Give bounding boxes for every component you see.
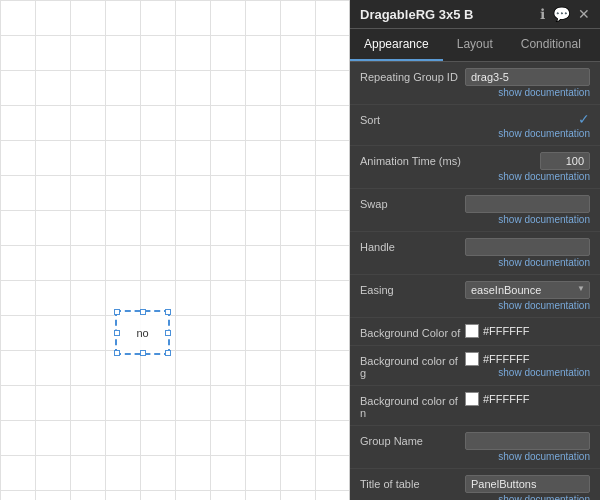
resize-handle-tm[interactable] (140, 309, 146, 315)
field-animation-time: Animation Time (ms) show documentation (350, 146, 600, 189)
resize-handle-tr[interactable] (165, 309, 171, 315)
value-sort: ✓ show documentation (465, 111, 590, 139)
value-group-name: show documentation (465, 432, 590, 462)
value-animation-time: show documentation (465, 152, 590, 182)
docs-handle[interactable]: show documentation (498, 257, 590, 268)
docs-repeating-group-id[interactable]: show documentation (498, 87, 590, 98)
info-icon[interactable]: ℹ (540, 6, 545, 22)
color-value-bg: #FFFFFF (483, 325, 529, 337)
value-easing: easeInBounce linear easeIn easeOut show … (465, 281, 590, 311)
resize-handles (114, 309, 171, 356)
chat-icon[interactable]: 💬 (553, 6, 570, 22)
input-handle[interactable] (465, 238, 590, 256)
input-group-name[interactable] (465, 432, 590, 450)
field-sort: Sort ✓ show documentation (350, 105, 600, 146)
resize-handle-lm[interactable] (114, 330, 120, 336)
label-title-of-table: Title of table (360, 475, 465, 490)
label-bg-color-of: Background Color of (360, 324, 465, 339)
docs-sort[interactable]: show documentation (498, 128, 590, 139)
label-swap: Swap (360, 195, 465, 210)
docs-easing[interactable]: show documentation (498, 300, 590, 311)
input-repeating-group-id[interactable] (465, 68, 590, 86)
field-bg-color-g: Background color of g #FFFFFF show docum… (350, 346, 600, 386)
value-swap: show documentation (465, 195, 590, 225)
color-swatch-bg-n[interactable] (465, 392, 479, 406)
select-wrapper-easing: easeInBounce linear easeIn easeOut (465, 281, 590, 299)
docs-title-of-table[interactable]: show documentation (498, 494, 590, 500)
field-repeating-group-id: Repeating Group ID show documentation (350, 62, 600, 105)
resize-handle-bm[interactable] (140, 350, 146, 356)
panel-tabs: Appearance Layout Conditional (350, 29, 600, 62)
label-bg-color-g: Background color of g (360, 352, 465, 379)
docs-group-name[interactable]: show documentation (498, 451, 590, 462)
field-bg-color-of: Background Color of #FFFFFF (350, 318, 600, 346)
panel-content: Repeating Group ID show documentation So… (350, 62, 600, 500)
color-field-bg-g: #FFFFFF (465, 352, 590, 366)
canvas-element[interactable]: no (115, 310, 170, 355)
color-value-bg-n: #FFFFFF (483, 393, 529, 405)
docs-animation-time[interactable]: show documentation (498, 171, 590, 182)
resize-handle-bl[interactable] (114, 350, 120, 356)
resize-handle-br[interactable] (165, 350, 171, 356)
panel-header-icons: ℹ 💬 ✕ (540, 6, 590, 22)
panel-title: DragableRG 3x5 B (360, 7, 473, 22)
field-group-name: Group Name show documentation (350, 426, 600, 469)
label-sort: Sort (360, 111, 465, 126)
input-animation-time[interactable] (540, 152, 590, 170)
field-bg-color-n: Background color of n #FFFFFF (350, 386, 600, 426)
tab-appearance[interactable]: Appearance (350, 29, 443, 61)
docs-bg-color-g[interactable]: show documentation (498, 367, 590, 378)
tab-layout[interactable]: Layout (443, 29, 507, 61)
resize-handle-rm[interactable] (165, 330, 171, 336)
field-easing: Easing easeInBounce linear easeIn easeOu… (350, 275, 600, 318)
select-easing[interactable]: easeInBounce linear easeIn easeOut (465, 281, 590, 299)
input-title-of-table[interactable] (465, 475, 590, 493)
value-repeating-group-id: show documentation (465, 68, 590, 98)
value-title-of-table: show documentation (465, 475, 590, 500)
field-swap: Swap show documentation (350, 189, 600, 232)
label-repeating-group-id: Repeating Group ID (360, 68, 465, 83)
label-handle: Handle (360, 238, 465, 253)
canvas-area: no (0, 0, 350, 500)
label-easing: Easing (360, 281, 465, 296)
close-icon[interactable]: ✕ (578, 6, 590, 22)
label-bg-color-n: Background color of n (360, 392, 465, 419)
tab-conditional[interactable]: Conditional (507, 29, 595, 61)
color-field-bg: #FFFFFF (465, 324, 590, 338)
color-field-bg-n: #FFFFFF (465, 392, 590, 406)
sort-checkmark[interactable]: ✓ (578, 111, 590, 127)
resize-handle-tl[interactable] (114, 309, 120, 315)
color-swatch-bg[interactable] (465, 324, 479, 338)
color-swatch-bg-g[interactable] (465, 352, 479, 366)
canvas-grid: no (0, 0, 349, 500)
field-handle: Handle show documentation (350, 232, 600, 275)
value-bg-color-of: #FFFFFF (465, 324, 590, 338)
value-handle: show documentation (465, 238, 590, 268)
value-bg-color-n: #FFFFFF (465, 392, 590, 406)
color-value-bg-g: #FFFFFF (483, 353, 529, 365)
label-group-name: Group Name (360, 432, 465, 447)
input-swap[interactable] (465, 195, 590, 213)
docs-swap[interactable]: show documentation (498, 214, 590, 225)
properties-panel: DragableRG 3x5 B ℹ 💬 ✕ Appearance Layout… (350, 0, 600, 500)
value-bg-color-g: #FFFFFF show documentation (465, 352, 590, 378)
field-title-of-table: Title of table show documentation (350, 469, 600, 500)
label-animation-time: Animation Time (ms) (360, 152, 465, 167)
panel-header: DragableRG 3x5 B ℹ 💬 ✕ (350, 0, 600, 29)
